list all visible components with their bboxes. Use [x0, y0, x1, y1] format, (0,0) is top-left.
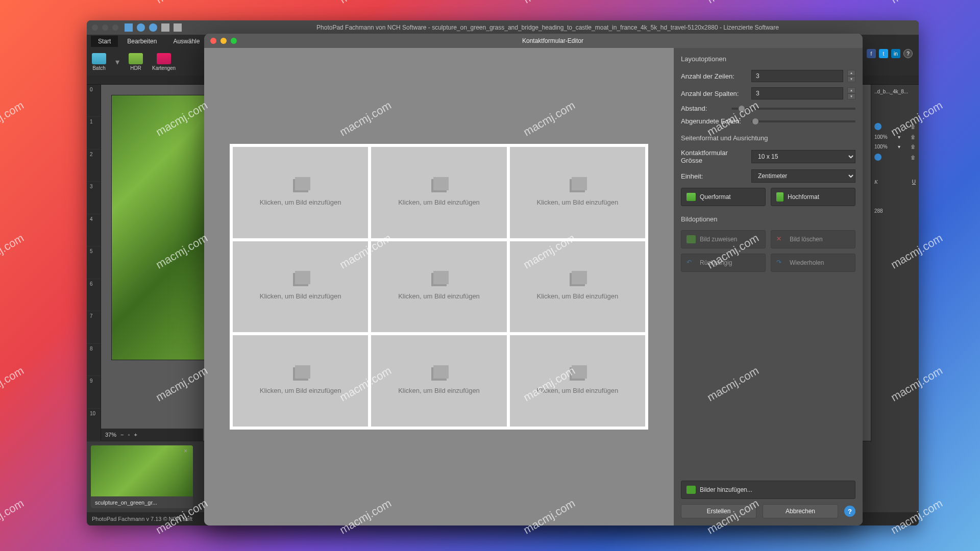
- tool-hdr-label: HDR: [130, 65, 141, 71]
- trash-icon[interactable]: 🗑: [911, 124, 916, 130]
- rows-input[interactable]: [751, 70, 843, 82]
- modal-title: Kontaktformular-Editor: [243, 37, 863, 44]
- rows-stepper[interactable]: ▲▼: [847, 70, 855, 82]
- trash-icon[interactable]: 🗑: [911, 144, 916, 149]
- spacing-label: Abstand:: [681, 105, 707, 112]
- maximize-dot[interactable]: [112, 24, 118, 31]
- create-button[interactable]: Erstellen: [681, 504, 756, 518]
- paste-icon[interactable]: [174, 23, 182, 32]
- close-dot[interactable]: [92, 24, 98, 31]
- corners-slider[interactable]: [751, 120, 855, 122]
- contact-sheet-grid: Klicken, um Bild einzufügen Klicken, um …: [230, 144, 648, 430]
- size-select[interactable]: 10 x 15: [751, 150, 855, 163]
- landscape-button[interactable]: Querformat: [681, 188, 766, 206]
- step-up[interactable]: ▲: [847, 87, 855, 93]
- grid-cell[interactable]: Klicken, um Bild einzufügen: [233, 241, 368, 333]
- underline-icon[interactable]: U: [912, 179, 916, 185]
- image-placeholder-icon: [570, 179, 585, 192]
- dropdown-caret[interactable]: ▾: [115, 57, 119, 67]
- grid-cell[interactable]: Klicken, um Bild einzufügen: [510, 241, 645, 333]
- tool-batch[interactable]: Batch: [92, 53, 106, 71]
- grid-cell[interactable]: Klicken, um Bild einzufügen: [233, 335, 368, 427]
- zoom-reset-icon[interactable]: ◦: [128, 432, 130, 438]
- unit-label: Einheit:: [681, 172, 747, 180]
- step-up[interactable]: ▲: [847, 70, 855, 76]
- trash-icon[interactable]: 🗑: [911, 155, 916, 160]
- linkedin-icon[interactable]: in: [891, 49, 900, 58]
- grid-cell[interactable]: Klicken, um Bild einzufügen: [510, 147, 645, 238]
- grid-cell[interactable]: Klicken, um Bild einzufügen: [233, 147, 368, 238]
- target-icon[interactable]: [874, 123, 881, 130]
- social-icons: f t in ?: [867, 49, 913, 58]
- grid-cell[interactable]: Klicken, um Bild einzufügen: [371, 241, 506, 333]
- close-icon[interactable]: ×: [184, 447, 191, 455]
- card-icon: [157, 53, 171, 64]
- assign-image-button: Bild zuweisen: [681, 230, 766, 248]
- cell-label: Klicken, um Bild einzufügen: [398, 198, 480, 206]
- slider-thumb[interactable]: [739, 106, 745, 112]
- menu-edit[interactable]: Bearbeiten: [120, 36, 164, 47]
- zoom-in-icon[interactable]: +: [134, 432, 137, 438]
- spacing-slider[interactable]: [731, 108, 855, 110]
- chevron-down-icon[interactable]: ▾: [898, 134, 900, 140]
- grid-cell[interactable]: Klicken, um Bild einzufügen: [510, 335, 645, 427]
- undo-button: ↶Rückgängig: [681, 254, 766, 272]
- ruler-tick: 5: [87, 246, 101, 279]
- maximize-button[interactable]: [231, 38, 237, 44]
- minimize-button[interactable]: [220, 38, 227, 44]
- tool-card[interactable]: Kartengen: [152, 53, 176, 71]
- thumbnail-card[interactable]: × sculpture_on_green_gr...: [91, 445, 193, 508]
- cancel-button[interactable]: Abbrechen: [763, 504, 838, 518]
- portrait-label: Hochformat: [788, 193, 819, 201]
- twitter-icon[interactable]: t: [879, 49, 888, 58]
- image-placeholder-icon: [431, 367, 447, 381]
- step-down[interactable]: ▼: [847, 76, 855, 82]
- landscape-label: Querformat: [700, 193, 731, 201]
- remove-image-button: ✕Bild löschen: [771, 230, 855, 248]
- tool-hdr[interactable]: HDR: [129, 53, 143, 71]
- undo-icon[interactable]: [137, 23, 145, 32]
- target-icon[interactable]: [874, 154, 881, 161]
- rows-label: Anzahl der Zeilen:: [681, 72, 747, 80]
- ruler-vertical: 0 1 2 3 4 5 6 7 8 9 10: [87, 85, 101, 441]
- grid-cell[interactable]: Klicken, um Bild einzufügen: [371, 147, 506, 238]
- menu-select[interactable]: Auswähle: [166, 36, 207, 47]
- menu-start[interactable]: Start: [91, 36, 118, 47]
- save-icon[interactable]: [125, 23, 133, 32]
- step-down[interactable]: ▼: [847, 93, 855, 99]
- help-icon[interactable]: ?: [844, 506, 855, 517]
- image-placeholder-icon: [431, 273, 447, 286]
- chevron-down-icon[interactable]: ▾: [898, 144, 900, 149]
- grid-cell[interactable]: Klicken, um Bild einzufügen: [371, 335, 506, 427]
- add-image-icon: [687, 235, 696, 243]
- ruler-tick: 2: [87, 149, 101, 182]
- cols-input[interactable]: [751, 87, 843, 99]
- thumbnail-image: [91, 445, 193, 496]
- unit-select[interactable]: Zentimeter: [751, 169, 855, 183]
- main-traffic-lights[interactable]: [92, 24, 118, 31]
- copy-icon[interactable]: [161, 23, 169, 32]
- help-icon[interactable]: ?: [903, 49, 913, 58]
- zoom-out-icon[interactable]: −: [120, 432, 124, 438]
- add-images-button[interactable]: Bilder hinzufügen...: [681, 481, 855, 499]
- cols-stepper[interactable]: ▲▼: [847, 87, 855, 99]
- facebook-icon[interactable]: f: [867, 49, 876, 58]
- cols-label: Anzahl der Spalten:: [681, 90, 747, 97]
- close-button[interactable]: [210, 38, 216, 44]
- portrait-icon: [776, 192, 783, 202]
- ruler-tick: 0: [87, 85, 101, 117]
- cell-label: Klicken, um Bild einzufügen: [260, 292, 341, 300]
- redo-icon[interactable]: [149, 23, 157, 32]
- trash-icon[interactable]: 🗑: [911, 134, 916, 140]
- landscape-icon: [687, 193, 696, 201]
- italic-icon[interactable]: K: [874, 179, 878, 185]
- right-panel: ..d_b..._4k_8... 🗑 100%▾🗑 100%▾🗑 🗑 KU 28…: [871, 85, 919, 442]
- modal-traffic-lights: [204, 38, 243, 44]
- minimize-dot[interactable]: [102, 24, 108, 31]
- portrait-button[interactable]: Hochformat: [771, 188, 855, 206]
- slider-thumb[interactable]: [752, 118, 758, 124]
- cell-label: Klicken, um Bild einzufügen: [260, 198, 341, 206]
- remove-icon: ✕: [776, 235, 786, 243]
- cell-label: Klicken, um Bild einzufügen: [536, 292, 618, 300]
- zoom-value: 37%: [105, 432, 116, 438]
